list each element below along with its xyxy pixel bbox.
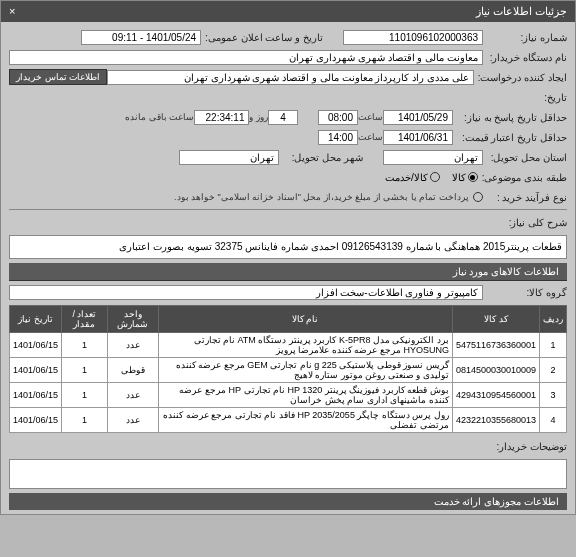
cell-date: 1401/06/15 [10,358,62,383]
city-label: شهر محل تحویل: [283,152,363,163]
cell-code: 4294310954560001 [452,383,539,408]
cell-row: 3 [540,383,567,408]
validity-date-field: 1401/06/31 [383,130,453,145]
requester-field: علی مددی راد کارپرداز معاونت مالی و اقتص… [107,70,474,85]
th-code: کد کالا [452,306,539,333]
cell-unit: عدد [107,333,158,358]
validity-label: حداقل تاریخ اعتبار قیمت: [457,132,567,143]
close-icon[interactable]: × [9,5,15,18]
buyer-label: نام دستگاه خریدار: [487,52,567,63]
category-radio-group: کالا کالا/خدمت [385,172,478,183]
cell-row: 4 [540,408,567,433]
cell-qty: 1 [62,408,108,433]
table-row: 34294310954560001بوش قطعه کاربرد فیوزینگ… [10,383,567,408]
cell-date: 1401/06/15 [10,333,62,358]
cell-name: رول پرس دستگاه چاپگر HP 2035/2055 فاقد ن… [158,408,452,433]
radio-goods-label: کالا [452,172,466,183]
cell-unit: عدد [107,383,158,408]
cell-qty: 1 [62,383,108,408]
radio-dot-icon [468,172,478,182]
cell-qty: 1 [62,333,108,358]
group-field: کامپیوتر و فناوری اطلاعات-سخت افزار [9,285,483,300]
th-date: تاریخ نیاز [10,306,62,333]
th-unit: واحد شمارش [107,306,158,333]
province-field: تهران [383,150,483,165]
days-and-label: روز و [249,112,268,122]
days-field: 4 [268,110,298,125]
city-field: تهران [179,150,279,165]
announce-label: تاریخ و ساعت اعلان عمومی: [205,32,323,43]
cell-code: 4232210355680013 [452,408,539,433]
cell-qty: 1 [62,358,108,383]
date-label: تاریخ: [487,92,567,103]
th-qty: تعداد / مقدار [62,306,108,333]
time-label-2: ساعت [358,132,383,142]
requester-label: ایجاد کننده درخواست: [478,72,567,83]
table-row: 20814500030010009گریس نسوز قوطی پلاستیکی… [10,358,567,383]
cell-row: 1 [540,333,567,358]
reply-time-field: 08:00 [318,110,358,125]
cell-code: 5475116736360001 [452,333,539,358]
category-label: طبقه بندی موضوعی: [482,172,567,183]
cell-row: 2 [540,358,567,383]
licenses-title: اطلاعات مجوزهای ارائه خدمت [9,493,567,510]
province-label: استان محل تحویل: [487,152,567,163]
cell-code: 0814500030010009 [452,358,539,383]
buyer-field: معاونت مالی و اقتصاد شهری شهرداری تهران [9,50,483,65]
th-name: نام کالا [158,306,452,333]
form-area: شماره نیاز: 1101096102000363 تاریخ و ساع… [1,22,575,514]
goods-info-title: اطلاعات کالاهای مورد نیاز [9,263,567,281]
cell-unit: عدد [107,408,158,433]
remaining-label: ساعت باقی مانده [125,112,194,122]
goods-table: ردیف کد کالا نام کالا واحد شمارش تعداد /… [9,305,567,433]
need-desc-box: قطعات پرینتر2015 هماهنگی با شماره 091265… [9,235,567,259]
group-label: گروه کالا: [487,287,567,298]
remaining-time-field: 22:34:11 [194,110,249,125]
reply-date-field: 1401/05/29 [383,110,453,125]
window-header: جزئیات اطلاعات نیاز × [1,1,575,22]
cell-date: 1401/06/15 [10,383,62,408]
buy-method-label: نوع فرآیند خرید : [487,192,567,203]
cell-date: 1401/06/15 [10,408,62,433]
need-desc-label: شرح کلی نیاز: [487,217,567,228]
cell-name: بوش قطعه کاربرد فیوزینگ پرینتر HP 1320 ن… [158,383,452,408]
table-row: 44232210355680013رول پرس دستگاه چاپگر HP… [10,408,567,433]
reply-deadline-label: حداقل تاریخ پاسخ به نیاز: [457,112,567,123]
radio-dot-icon[interactable] [473,192,483,202]
radio-service[interactable]: کالا/خدمت [385,172,440,183]
need-number-field: 1101096102000363 [343,30,483,45]
validity-time-field: 14:00 [318,130,358,145]
buy-method-note: پرداخت تمام یا بخشی از مبلغ خرید،از محل … [174,192,469,202]
window-title: جزئیات اطلاعات نیاز [476,5,567,18]
radio-goods[interactable]: کالا [452,172,478,183]
table-row: 15475116736360001برد الکترونیکی مدل K-5P… [10,333,567,358]
cell-name: برد الکترونیکی مدل K-5PR8 کاربرد پرینتر … [158,333,452,358]
th-row: ردیف [540,306,567,333]
notes-label: توضیحات خریدار: [487,441,567,452]
radio-service-label: کالا/خدمت [385,172,428,183]
time-label-1: ساعت [358,112,383,122]
cell-unit: قوطی [107,358,158,383]
contact-button[interactable]: اطلاعات تماس خریدار [9,69,107,85]
table-header-row: ردیف کد کالا نام کالا واحد شمارش تعداد /… [10,306,567,333]
need-number-label: شماره نیاز: [487,32,567,43]
announce-field: 1401/05/24 - 09:11 [81,30,201,45]
radio-dot-icon [430,172,440,182]
notes-box [9,459,567,489]
cell-name: گریس نسوز قوطی پلاستیکی 225 g نام تجارتی… [158,358,452,383]
